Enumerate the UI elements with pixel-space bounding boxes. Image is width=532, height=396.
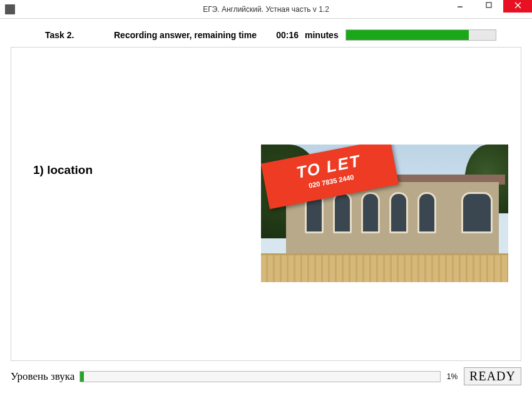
maximize-button[interactable] — [474, 0, 503, 13]
maximize-icon — [486, 2, 492, 8]
sound-meter — [79, 371, 440, 382]
header-bar: Task 2. Recording answer, remaining time… — [11, 29, 521, 41]
image-window — [461, 192, 493, 233]
svg-rect-1 — [486, 3, 491, 8]
minimize-icon — [457, 2, 463, 8]
minimize-button[interactable] — [446, 0, 474, 13]
image-fence — [261, 253, 508, 282]
close-icon — [514, 2, 521, 9]
sound-label: Уровень звука — [11, 370, 74, 383]
main-panel: 1) location TO LET 020 7835 2440 — [11, 47, 521, 361]
task-image: TO LET 020 7835 2440 — [261, 145, 508, 282]
close-button[interactable] — [503, 0, 532, 13]
minutes-label: minutes — [305, 30, 342, 40]
window-title: ЕГЭ. Английский. Устная часть v 1.2 — [203, 5, 329, 14]
time-progress — [345, 29, 496, 41]
app-icon — [5, 4, 15, 14]
image-window — [417, 192, 436, 233]
image-window — [361, 192, 380, 233]
time-value: 00:16 — [270, 30, 305, 40]
task-label: Task 2. — [45, 30, 114, 40]
window-controls — [446, 0, 532, 18]
status-label: Recording answer, remaining time — [114, 30, 270, 40]
image-window — [333, 192, 352, 233]
sound-percent: 1% — [447, 372, 458, 381]
footer-bar: Уровень звука 1% READY — [11, 361, 521, 385]
prompt-text: 1) location — [33, 163, 93, 177]
time-progress-fill — [346, 30, 469, 40]
image-window — [389, 192, 408, 233]
client-area: Task 2. Recording answer, remaining time… — [0, 19, 532, 396]
titlebar: ЕГЭ. Английский. Устная часть v 1.2 — [0, 0, 532, 19]
sound-meter-fill — [80, 372, 84, 382]
ready-button[interactable]: READY — [464, 367, 521, 385]
